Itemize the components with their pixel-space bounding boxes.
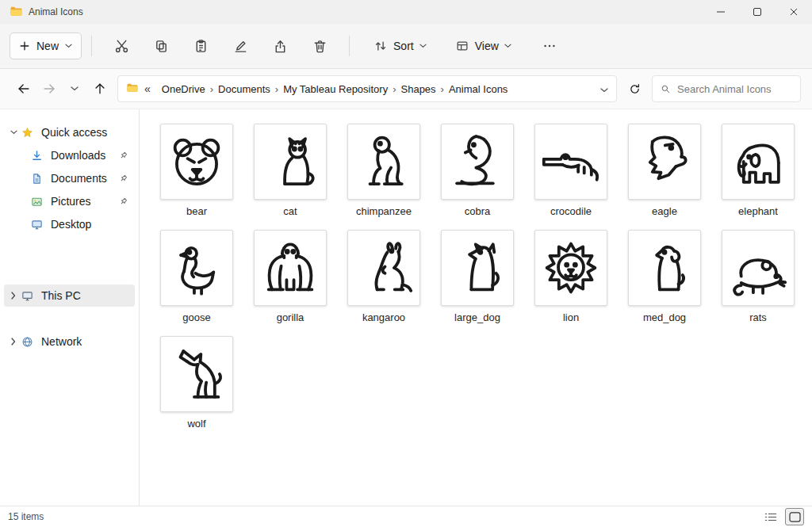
pin-icon [119,174,128,183]
more-options-button[interactable] [535,32,564,60]
search-box[interactable] [652,75,801,102]
recent-locations-button[interactable] [62,76,87,101]
file-item-rats[interactable]: rats [722,230,795,323]
breadcrumb-path: OneDrive›Documents›My Tableau Repository… [157,81,513,97]
elephant-icon [728,132,788,192]
file-name: med_dog [643,311,686,323]
lion-icon [541,238,601,298]
sidebar-item-label: Desktop [51,218,91,231]
breadcrumb-dropdown-button[interactable] [600,82,608,95]
file-item-cat[interactable]: cat [254,124,327,217]
search-icon [661,83,671,95]
chevron-down-icon[interactable] [7,130,20,135]
file-thumbnail [347,124,420,200]
large-icons-view-button[interactable] [785,508,804,525]
downloads-icon [29,150,44,162]
title-bar: Animal Icons [0,0,812,24]
delete-button[interactable] [304,32,335,60]
sidebar-item-documents[interactable]: Documents [4,167,135,189]
file-thumbnail [441,124,514,200]
file-name: large_dog [454,311,500,323]
minimize-button[interactable] [703,0,739,24]
breadcrumb-item-animal-icons[interactable]: Animal Icons [444,81,512,97]
large-icons-view-icon [789,512,801,522]
sort-button[interactable]: Sort [366,32,435,60]
pictures-icon [29,196,44,208]
file-name: wolf [187,418,205,430]
breadcrumb-item-my-tableau-repository[interactable]: My Tableau Repository [278,81,393,97]
chevron-down-icon [600,88,608,93]
close-button[interactable] [776,0,812,24]
forward-button[interactable] [36,76,62,101]
file-item-goose[interactable]: goose [160,230,233,323]
cut-button[interactable] [105,32,137,60]
sidebar-item-quick-access[interactable]: Quick access [4,121,135,143]
file-item-bear[interactable]: bear [160,124,233,217]
file-thumbnail [722,124,795,200]
status-bar: 15 items [0,506,812,527]
this-pc-icon [20,290,34,302]
new-button[interactable]: New [10,32,82,59]
file-item-chimpanzee[interactable]: chimpanzee [347,124,420,217]
file-thumbnail [160,336,233,412]
rename-button[interactable] [224,32,256,60]
back-button[interactable] [11,76,36,101]
file-thumbnail [160,230,233,306]
up-button[interactable] [87,76,113,101]
details-view-button[interactable] [761,508,780,525]
file-name: lion [563,311,579,323]
chevron-right-icon[interactable] [7,292,20,300]
copy-button[interactable] [145,32,177,60]
maximize-icon [753,8,761,16]
sidebar-item-pictures[interactable]: Pictures [4,190,135,212]
desktop-icon [29,219,44,231]
breadcrumb-item-documents[interactable]: Documents [213,81,275,97]
file-thumbnail [441,230,514,306]
view-button-label: View [475,40,499,52]
paste-button[interactable] [185,32,216,60]
refresh-button[interactable] [622,76,647,101]
paste-icon [193,39,209,54]
file-item-cobra[interactable]: cobra [441,124,514,217]
sidebar-item-network[interactable]: Network [4,330,135,353]
med_dog-icon [634,238,695,298]
navigation-pane: Quick access DownloadsDocumentsPicturesD… [0,109,140,506]
refresh-icon [628,82,642,96]
file-item-med_dog[interactable]: med_dog [628,230,701,323]
sidebar-item-desktop[interactable]: Desktop [4,213,135,235]
file-item-elephant[interactable]: elephant [722,124,795,217]
toolbar-divider [349,36,350,56]
sort-icon [373,39,388,53]
sidebar-item-this-pc[interactable]: This PC [4,285,135,307]
ellipsis-icon [542,39,557,53]
search-input[interactable] [677,83,792,95]
breadcrumb-item-shapes[interactable]: Shapes [396,81,441,97]
file-item-wolf[interactable]: wolf [160,336,233,430]
file-name: rats [749,311,767,323]
chevron-down-icon [419,44,427,48]
sidebar-item-downloads[interactable]: Downloads [4,144,135,166]
breadcrumb-bar[interactable]: « OneDrive›Documents›My Tableau Reposito… [117,75,617,102]
gorilla-icon [260,238,320,298]
pin-icon [119,151,128,160]
file-item-crocodile[interactable]: crocodile [534,124,607,217]
breadcrumb-item-onedrive[interactable]: OneDrive [157,81,210,97]
file-item-lion[interactable]: lion [534,230,607,323]
command-toolbar: New Sort View [0,24,812,69]
sort-button-label: Sort [393,40,414,52]
sidebar-item-label: Network [41,335,82,348]
breadcrumb-overflow-button[interactable]: « [143,82,152,95]
address-bar: « OneDrive›Documents›My Tableau Reposito… [0,69,812,109]
cut-icon [114,39,129,54]
view-button[interactable]: View [447,32,519,60]
file-item-kangaroo[interactable]: kangaroo [347,230,420,323]
file-item-gorilla[interactable]: gorilla [254,230,327,323]
chevron-right-icon[interactable] [7,338,20,346]
file-item-large_dog[interactable]: large_dog [441,230,514,323]
share-button[interactable] [264,32,296,60]
file-item-eagle[interactable]: eagle [628,124,701,217]
file-thumbnail [628,124,701,200]
cobra-icon [447,132,508,192]
maximize-button[interactable] [739,0,776,24]
delete-icon [312,39,327,54]
